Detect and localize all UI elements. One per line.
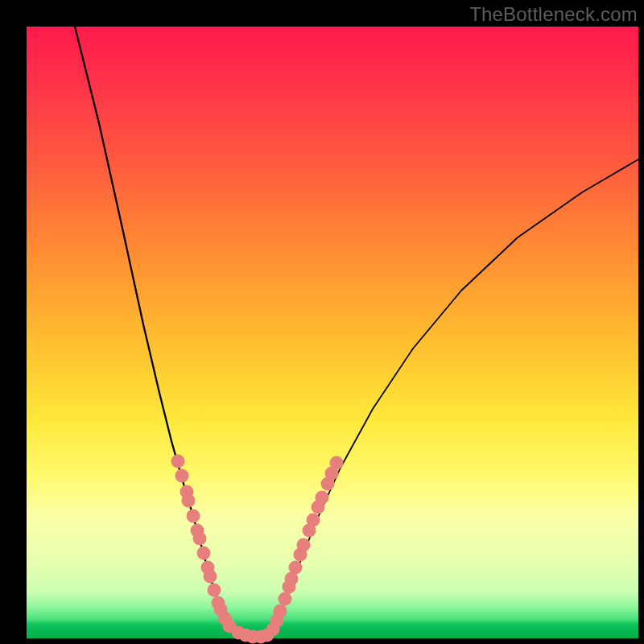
data-marker — [182, 494, 196, 508]
watermark-text: TheBottleneck.com — [469, 3, 638, 26]
data-marker — [289, 561, 303, 575]
data-marker — [307, 514, 320, 527]
data-marker — [330, 456, 344, 470]
data-marker — [316, 491, 329, 505]
right-curve-path — [268, 159, 638, 636]
data-marker — [175, 469, 189, 483]
data-marker — [187, 510, 200, 523]
data-marker — [297, 539, 311, 552]
data-marker — [279, 592, 292, 606]
data-marker — [197, 547, 211, 560]
chart-frame: TheBottleneck.com — [0, 0, 644, 644]
curve-layer — [27, 27, 638, 638]
plot-area — [27, 27, 638, 638]
marker-group — [171, 455, 344, 644]
data-marker — [208, 584, 221, 597]
data-marker — [193, 532, 207, 546]
data-marker — [274, 605, 287, 618]
left-curve-path — [75, 27, 238, 635]
data-marker — [204, 570, 217, 584]
data-marker — [171, 455, 185, 469]
